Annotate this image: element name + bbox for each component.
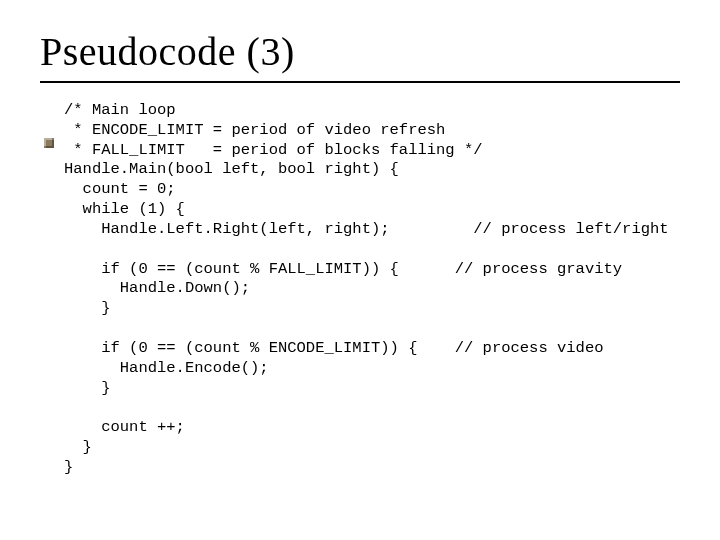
code-line: Handle.Main(bool left, bool right) { bbox=[64, 160, 399, 178]
code-line: Handle.Encode(); bbox=[64, 359, 269, 377]
code-line: } bbox=[64, 458, 73, 476]
code-comment: // process left/right bbox=[473, 220, 668, 238]
pseudocode-block: /* Main loop * ENCODE_LIMIT = period of … bbox=[40, 101, 680, 478]
code-line: if (0 == (count % ENCODE_LIMIT)) { bbox=[64, 339, 417, 357]
code-gap bbox=[399, 260, 455, 280]
code-line: Handle.Left.Right(left, right); bbox=[64, 220, 390, 238]
code-line: * ENCODE_LIMIT = period of video refresh bbox=[64, 121, 445, 139]
slide-title: Pseudocode (3) bbox=[40, 28, 680, 75]
code-line: Handle.Down(); bbox=[64, 279, 250, 297]
code-comment: // process gravity bbox=[455, 260, 622, 278]
code-line: * FALL_LIMIT = period of blocks falling … bbox=[64, 141, 483, 159]
bullet-icon bbox=[44, 138, 54, 148]
code-line: count ++; bbox=[64, 418, 185, 436]
code-line: if (0 == (count % FALL_LIMIT)) { bbox=[64, 260, 399, 278]
code-line: } bbox=[64, 379, 111, 397]
title-rule bbox=[40, 81, 680, 83]
code-gap bbox=[390, 220, 474, 240]
code-gap bbox=[417, 339, 454, 359]
slide: Pseudocode (3) /* Main loop * ENCODE_LIM… bbox=[0, 0, 720, 540]
code-comment: // process video bbox=[455, 339, 604, 357]
code-line: } bbox=[64, 299, 111, 317]
code-line: /* Main loop bbox=[64, 101, 176, 119]
code-line: } bbox=[64, 438, 92, 456]
code-line: while (1) { bbox=[64, 200, 185, 218]
code-line: count = 0; bbox=[64, 180, 176, 198]
